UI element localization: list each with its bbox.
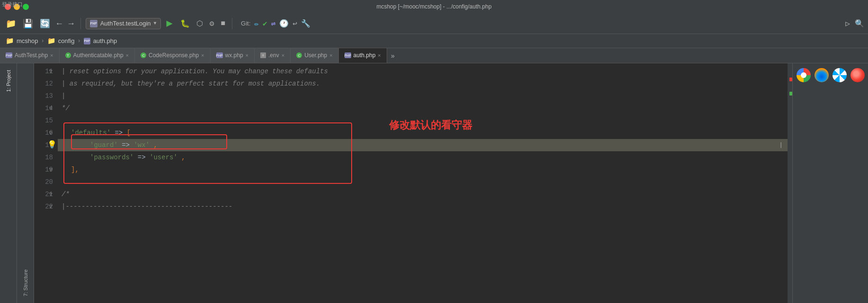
firefox-icon[interactable]: [815, 68, 829, 82]
profile-icon[interactable]: ⚙: [208, 17, 216, 30]
code-text-18: 'passwords' => 'users' ,: [62, 151, 186, 164]
code-text-16: 'defaults' => [: [62, 127, 131, 139]
stop-icon[interactable]: ■: [219, 17, 228, 30]
browser-icons: [797, 68, 865, 82]
chrome-icon[interactable]: [797, 68, 811, 82]
git-merge-icon[interactable]: ⇌: [271, 19, 276, 28]
tab-label-env: .env: [268, 52, 279, 59]
sidebar-label-project[interactable]: 1: Project: [5, 67, 12, 95]
code-text-11: | reset options for your application. Yo…: [62, 65, 328, 78]
fold-arrow-21: ▽: [49, 188, 53, 200]
code-text-12: | as required, but they're a perfect sta…: [62, 78, 320, 90]
line-num-13: 13: [34, 90, 53, 102]
git-history-icon[interactable]: 🕐: [279, 19, 289, 28]
coverage-icon[interactable]: ⬡: [195, 17, 205, 30]
tab-label-authenticatable: Authenticatable.php: [73, 52, 124, 59]
tab-icon-env: ≡: [260, 52, 266, 58]
cursor-17: |: [779, 139, 783, 151]
tab-label-coderesponse: CodeResponse.php: [149, 52, 199, 59]
tab-label-auth: auth.php: [354, 52, 376, 59]
sidebar-label-structure[interactable]: 7: Structure: [22, 267, 29, 299]
left-sidebar: 1: Project: [0, 63, 17, 303]
tab-close-env[interactable]: ×: [282, 52, 284, 58]
toolbar-right: ▷ 🔍: [845, 19, 864, 28]
tab-env[interactable]: ≡ .env ×: [255, 48, 291, 63]
git-revert-icon[interactable]: ↩: [292, 19, 297, 28]
git-pencil-icon[interactable]: ✏: [254, 19, 259, 28]
open-folder-icon[interactable]: 📁: [4, 17, 18, 31]
search-icon[interactable]: 🔍: [855, 19, 864, 28]
line-num-15: 15: [34, 114, 53, 127]
run2-icon[interactable]: ▷: [845, 19, 850, 28]
back-icon[interactable]: ←: [55, 17, 64, 30]
code-line-12: | as required, but they're a perfect sta…: [58, 78, 792, 90]
tab-close-authenticatable[interactable]: ×: [126, 52, 129, 58]
opera-icon[interactable]: [850, 68, 865, 82]
tabs-overflow-icon[interactable]: »: [387, 50, 399, 63]
code-line-13: |: [58, 90, 792, 102]
tab-auth[interactable]: PHP auth.php ×: [339, 48, 387, 63]
tab-icon-authenticatable: T: [65, 52, 71, 58]
line-num-12: 12: [34, 78, 53, 90]
tab-authtest[interactable]: PHP AuthTest.php ×: [0, 48, 60, 63]
run-config-selector[interactable]: PHP AuthTest.testLogin ▼: [86, 18, 161, 29]
folder-icon-2: 📁: [47, 37, 55, 45]
tab-label-wx: wx.php: [225, 52, 243, 59]
minimap: [788, 63, 792, 303]
code-line-17: 💡 'guard' => 'wx' , |: [58, 139, 792, 151]
tab-close-coderesponse[interactable]: ×: [201, 52, 204, 58]
git-check-icon[interactable]: ✔: [263, 19, 267, 28]
tab-authenticatable[interactable]: T Authenticatable.php ×: [60, 48, 135, 63]
forward-icon[interactable]: →: [67, 17, 76, 30]
tab-close-authtest[interactable]: ×: [50, 52, 53, 58]
breadcrumb-auth[interactable]: auth.php: [93, 37, 117, 44]
safari-icon[interactable]: [833, 68, 847, 82]
code-container: 11 12 13 14 15 16 17 18 19 20 21 22 ▽ | …: [34, 63, 792, 303]
tab-label-authtest: AuthTest.php: [15, 52, 48, 59]
separator-1: [80, 18, 81, 29]
tab-icon-authtest: PHP: [6, 52, 12, 58]
code-line-22: ▽ |-------------------------------------…: [58, 200, 792, 213]
code-line-21: ▽ /*: [58, 188, 792, 200]
editor-area: 11 12 13 14 15 16 17 18 19 20 21 22 ▽ | …: [34, 63, 792, 303]
tab-close-user[interactable]: ×: [329, 52, 332, 58]
toolbar: 📁 💾 🔄 ← → PHP AuthTest.testLogin ▼ ▶ 🐛 ⬡…: [0, 13, 868, 34]
tab-user[interactable]: C User.php ×: [291, 48, 338, 63]
code-line-16: ▽ 'defaults' => [: [58, 127, 792, 139]
tab-close-auth[interactable]: ×: [378, 52, 381, 58]
tab-bar: PHP AuthTest.php × T Authenticatable.php…: [0, 48, 868, 63]
git-wrench-icon[interactable]: 🔧: [301, 19, 310, 28]
chevron-down-icon: ▼: [154, 21, 157, 26]
breadcrumb-arrow-2: ›: [77, 38, 80, 44]
fold-arrow-11: ▽: [49, 65, 53, 78]
code-text-13: |: [62, 90, 65, 102]
lightbulb-icon[interactable]: 💡: [47, 139, 57, 151]
debug-icon[interactable]: 🐛: [178, 17, 192, 30]
tab-close-wx[interactable]: ×: [246, 52, 248, 58]
window-title: mcshop [~/mooc/mcshop] - .../config/auth…: [376, 3, 491, 10]
line-num-20: 20: [34, 176, 53, 188]
code-content: ▽ | reset options for your application. …: [58, 63, 792, 303]
code-text-14: */: [62, 102, 70, 114]
tab-icon-wx: PHP: [216, 52, 223, 58]
breadcrumb-config[interactable]: config: [58, 37, 75, 44]
code-text-17: 'guard' => 'wx' ,: [62, 139, 158, 151]
code-text-22: |---------------------------------------…: [62, 200, 232, 213]
fold-arrow-16: ▽: [49, 127, 53, 139]
tab-icon-auth: PHP: [345, 52, 351, 58]
run-button[interactable]: ▶: [164, 16, 176, 31]
code-line-20: [58, 176, 792, 188]
breadcrumb-mcshop[interactable]: mcshop: [17, 37, 38, 44]
code-text-21: /*: [62, 188, 70, 200]
code-line-19: ▽ ],: [58, 164, 792, 176]
code-line-15: [58, 114, 792, 127]
breadcrumb-php-icon: PHP: [84, 38, 90, 44]
breadcrumb-arrow-1: ›: [41, 38, 44, 44]
save-icon[interactable]: 💾: [21, 17, 35, 31]
minimap-ok-marker: [789, 92, 792, 95]
separator-2: [232, 18, 232, 29]
tab-wx[interactable]: PHP wx.php ×: [211, 48, 255, 63]
code-line-14: ▽ */: [58, 102, 792, 114]
tab-coderesponse[interactable]: C CodeResponse.php ×: [135, 48, 211, 63]
sync-icon[interactable]: 🔄: [38, 17, 52, 31]
